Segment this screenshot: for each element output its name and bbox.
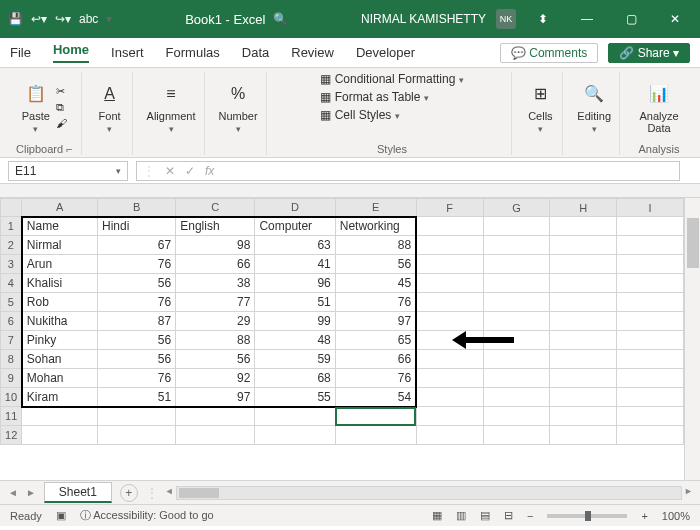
cell[interactable]: 65 <box>335 331 416 350</box>
cut-icon[interactable]: ✂ <box>56 85 67 98</box>
cell[interactable] <box>22 426 98 445</box>
row-header[interactable]: 9 <box>1 369 22 388</box>
cell[interactable]: 54 <box>335 388 416 407</box>
row-header[interactable]: 4 <box>1 274 22 293</box>
cancel-icon[interactable]: ✕ <box>165 164 175 178</box>
cell[interactable] <box>550 312 617 331</box>
row-header[interactable]: 5 <box>1 293 22 312</box>
cell[interactable] <box>416 350 483 369</box>
format-as-table-button[interactable]: ▦ Format as Table ▾ <box>320 90 429 104</box>
cell[interactable] <box>176 426 255 445</box>
col-header[interactable]: B <box>98 199 176 217</box>
add-sheet-button[interactable]: + <box>120 484 138 502</box>
cell[interactable]: Sohan <box>22 350 98 369</box>
cell[interactable] <box>255 426 335 445</box>
cell[interactable]: 66 <box>335 350 416 369</box>
cell[interactable] <box>98 426 176 445</box>
analyze-data-button[interactable]: 📊 Analyze Data <box>634 80 684 134</box>
cell[interactable]: Rob <box>22 293 98 312</box>
tab-data[interactable]: Data <box>242 45 269 60</box>
copy-icon[interactable]: ⧉ <box>56 101 67 114</box>
cell[interactable] <box>617 217 684 236</box>
display-settings-icon[interactable]: ▦ <box>432 509 442 522</box>
cell[interactable]: Nukitha <box>22 312 98 331</box>
comments-button[interactable]: 💬 Comments <box>500 43 598 63</box>
cell[interactable]: 67 <box>98 236 176 255</box>
cell[interactable]: 92 <box>176 369 255 388</box>
cell[interactable] <box>483 255 550 274</box>
cell[interactable] <box>483 293 550 312</box>
cell[interactable]: 76 <box>98 369 176 388</box>
normal-view-icon[interactable]: ▥ <box>456 509 466 522</box>
col-header[interactable]: D <box>255 199 335 217</box>
cell[interactable]: Networking <box>335 217 416 236</box>
accessibility-status[interactable]: ⓘ Accessibility: Good to go <box>80 508 214 523</box>
cell[interactable] <box>483 350 550 369</box>
cell[interactable] <box>416 236 483 255</box>
ribbon-options-icon[interactable]: ⬍ <box>526 12 560 26</box>
cell[interactable]: 51 <box>255 293 335 312</box>
cell[interactable]: 97 <box>176 388 255 407</box>
zoom-slider[interactable] <box>547 514 627 518</box>
cell[interactable] <box>483 426 550 445</box>
cell[interactable]: 41 <box>255 255 335 274</box>
cell[interactable] <box>617 350 684 369</box>
page-layout-icon[interactable]: ▤ <box>480 509 490 522</box>
search-icon[interactable]: 🔍 <box>273 12 288 26</box>
col-header[interactable]: A <box>22 199 98 217</box>
cell[interactable]: Arun <box>22 255 98 274</box>
cell[interactable] <box>98 407 176 426</box>
cell[interactable]: 56 <box>176 350 255 369</box>
cell[interactable] <box>416 217 483 236</box>
cell[interactable] <box>255 407 335 426</box>
cell[interactable]: 59 <box>255 350 335 369</box>
cell[interactable]: 97 <box>335 312 416 331</box>
cell[interactable]: Mohan <box>22 369 98 388</box>
col-header[interactable]: F <box>416 199 483 217</box>
cell[interactable] <box>617 255 684 274</box>
tab-review[interactable]: Review <box>291 45 334 60</box>
share-button[interactable]: 🔗 Share ▾ <box>608 43 690 63</box>
cell[interactable] <box>483 217 550 236</box>
cell[interactable]: 87 <box>98 312 176 331</box>
col-header[interactable]: C <box>176 199 255 217</box>
cell[interactable] <box>550 217 617 236</box>
cell[interactable]: 51 <box>98 388 176 407</box>
cell[interactable] <box>483 274 550 293</box>
zoom-in-button[interactable]: + <box>641 510 647 522</box>
close-button[interactable]: ✕ <box>658 12 692 26</box>
cell[interactable] <box>416 388 483 407</box>
cell[interactable] <box>617 236 684 255</box>
cell[interactable] <box>483 388 550 407</box>
cell[interactable] <box>550 388 617 407</box>
sheet-nav-next[interactable]: ► <box>26 487 36 498</box>
conditional-formatting-button[interactable]: ▦ Conditional Formatting ▾ <box>320 72 463 86</box>
cell[interactable]: Khalisi <box>22 274 98 293</box>
enter-icon[interactable]: ✓ <box>185 164 195 178</box>
editing-button[interactable]: 🔍 Editing▾ <box>577 80 611 134</box>
cell[interactable] <box>617 369 684 388</box>
minimize-button[interactable]: — <box>570 12 604 26</box>
sheet-nav-prev[interactable]: ◄ <box>8 487 18 498</box>
tab-developer[interactable]: Developer <box>356 45 415 60</box>
cell[interactable]: Kiram <box>22 388 98 407</box>
cell[interactable]: 29 <box>176 312 255 331</box>
col-header[interactable]: E <box>335 199 416 217</box>
cell[interactable] <box>617 388 684 407</box>
cell[interactable] <box>22 407 98 426</box>
cell[interactable] <box>550 274 617 293</box>
row-header[interactable]: 1 <box>1 217 22 236</box>
zoom-out-button[interactable]: − <box>527 510 533 522</box>
cell[interactable] <box>416 426 483 445</box>
undo-icon[interactable]: ↩▾ <box>31 12 47 26</box>
format-painter-icon[interactable]: 🖌 <box>56 117 67 129</box>
row-header[interactable]: 8 <box>1 350 22 369</box>
cell[interactable]: 45 <box>335 274 416 293</box>
horizontal-scrollbar[interactable]: ◄ ► <box>176 486 682 500</box>
cell[interactable]: 76 <box>98 255 176 274</box>
select-all-corner[interactable] <box>1 199 22 217</box>
redo-icon[interactable]: ↪▾ <box>55 12 71 26</box>
cell[interactable] <box>335 426 416 445</box>
row-header[interactable]: 12 <box>1 426 22 445</box>
cell[interactable]: 56 <box>335 255 416 274</box>
